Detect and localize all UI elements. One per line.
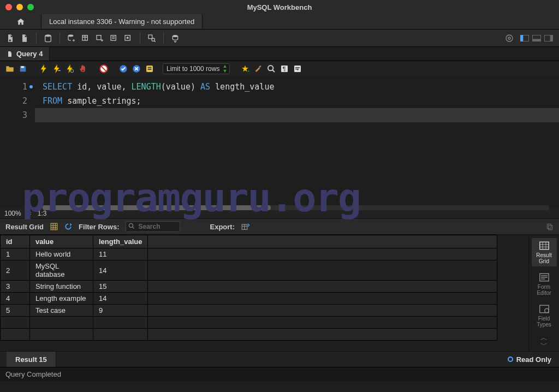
filter-rows-input[interactable]: Search <box>126 221 180 232</box>
toggle-autocommit-button[interactable] <box>98 63 109 74</box>
connection-tabs: Local instance 3306 - Warning - not supp… <box>0 14 559 29</box>
create-schema-button[interactable] <box>66 32 78 44</box>
read-only-label: Read Only <box>516 355 551 364</box>
settings-button[interactable] <box>503 32 515 44</box>
create-table-button[interactable] <box>80 32 92 44</box>
table-cell[interactable]: 2 <box>1 260 30 281</box>
chevron-updown-icon[interactable] <box>27 211 32 216</box>
table-cell[interactable]: Hello world <box>30 248 93 260</box>
export-icon[interactable] <box>241 223 250 230</box>
table-icon <box>81 34 90 43</box>
paren: ( <box>161 82 166 92</box>
table-row[interactable]: 4Length example14 <box>1 293 497 305</box>
column-header[interactable]: length_value <box>93 235 148 248</box>
file-plus-icon <box>6 34 15 43</box>
table-row[interactable]: 3String function15 <box>1 281 497 293</box>
table-cell[interactable]: 4 <box>1 293 30 305</box>
result-side-panel: Result Grid Form Editor Field Types ︿ ﹀ <box>528 235 559 351</box>
refresh-icon[interactable] <box>64 223 72 230</box>
create-procedure-button[interactable] <box>108 32 120 44</box>
copy-icon[interactable] <box>546 223 554 230</box>
table-cell[interactable]: 14 <box>93 260 148 281</box>
search-button[interactable] <box>266 63 277 74</box>
sql-editor[interactable]: 1 2 3 SELECT id, value, LENGTH(value) AS… <box>0 76 559 209</box>
form-icon <box>539 273 549 282</box>
execute-current-button[interactable] <box>51 63 62 74</box>
result-grid-toggle[interactable]: Result Grid <box>532 238 557 266</box>
beautify-button[interactable]: + <box>240 63 251 74</box>
column-header[interactable]: value <box>30 235 93 248</box>
horizontal-scrollbar[interactable] <box>43 205 549 210</box>
execute-button[interactable] <box>38 63 49 74</box>
search-icon <box>128 223 135 229</box>
open-file-button[interactable] <box>4 63 15 74</box>
panel-left-toggle[interactable] <box>519 32 531 44</box>
home-icon <box>16 17 26 26</box>
close-window-button[interactable] <box>5 4 12 10</box>
inspector-button[interactable] <box>42 32 54 44</box>
limit-rows-select[interactable]: Limit to 1000 rows ▲▼ <box>163 63 230 74</box>
toggle-limit-button[interactable] <box>144 63 155 74</box>
create-view-button[interactable] <box>94 32 106 44</box>
table-cell[interactable]: 9 <box>93 305 148 317</box>
table-cell[interactable]: Test case <box>30 305 93 317</box>
grid-icon[interactable] <box>50 223 58 230</box>
panel-right-toggle[interactable] <box>543 32 555 44</box>
side-label: Result Grid <box>532 252 557 264</box>
reconnect-icon <box>171 34 180 43</box>
table-cell[interactable]: 14 <box>93 293 148 305</box>
table-cell[interactable]: Length example <box>30 293 93 305</box>
connection-tab-label: Local instance 3306 - Warning - not supp… <box>49 17 194 26</box>
side-scroll-chevrons[interactable]: ︿ ﹀ <box>540 334 548 348</box>
form-editor-toggle[interactable]: Form Editor <box>532 270 557 298</box>
save-file-button[interactable] <box>17 63 28 74</box>
field-types-toggle[interactable]: Field Types <box>532 301 557 330</box>
column-header[interactable]: id <box>1 235 30 248</box>
search-table-button[interactable] <box>146 32 158 44</box>
rollback-button[interactable] <box>131 63 142 74</box>
svg-rect-15 <box>532 39 541 41</box>
svg-point-20 <box>70 69 73 72</box>
minimize-window-button[interactable] <box>16 4 23 10</box>
table-cell[interactable]: MySQL database <box>30 260 93 281</box>
invisible-chars-button[interactable]: ¶ <box>279 63 290 74</box>
create-function-button[interactable] <box>122 32 134 44</box>
explain-button[interactable] <box>64 63 75 74</box>
editor-content[interactable]: SELECT id, value, LENGTH(value) AS lengt… <box>35 76 559 209</box>
panel-bottom-toggle[interactable] <box>531 32 543 44</box>
result-grid[interactable]: idvaluelength_value 1Hello world112MySQL… <box>0 235 528 351</box>
query-tab[interactable]: Query 4 <box>0 47 50 61</box>
table-row[interactable]: 5Test case9 <box>1 305 497 317</box>
reconnect-button[interactable] <box>169 32 181 44</box>
table-cell[interactable]: 15 <box>93 281 148 293</box>
home-tab[interactable] <box>0 14 41 29</box>
wrap-button[interactable] <box>292 63 303 74</box>
svg-rect-38 <box>549 225 552 230</box>
stop-button[interactable] <box>78 63 88 74</box>
result-tab[interactable]: Result 15 <box>7 352 56 367</box>
lightning-icon <box>40 64 47 73</box>
scrollbar-thumb[interactable] <box>43 205 271 210</box>
lightning-search-icon <box>66 64 74 73</box>
table-cell-empty <box>148 260 497 281</box>
table-cell[interactable]: 11 <box>93 248 148 260</box>
commit-button[interactable] <box>118 63 129 74</box>
maximize-window-button[interactable] <box>27 4 34 10</box>
table-row[interactable]: 1Hello world11 <box>1 248 497 260</box>
table-cell-empty <box>148 248 497 260</box>
wrap-icon <box>293 64 302 73</box>
find-button[interactable] <box>253 63 264 74</box>
zoom-level[interactable]: 100% <box>4 210 21 217</box>
panel-bottom-icon <box>532 35 541 41</box>
table-cell[interactable]: 5 <box>1 305 30 317</box>
connection-tab[interactable]: Local instance 3306 - Warning - not supp… <box>41 14 203 29</box>
table-cell[interactable]: 1 <box>1 248 30 260</box>
table-cell[interactable]: 3 <box>1 281 30 293</box>
document-icon <box>7 51 13 57</box>
table-row[interactable]: 2MySQL database14 <box>1 260 497 281</box>
new-sql-tab-button[interactable] <box>4 32 16 44</box>
results-area: ▶ idvaluelength_value 1Hello world112MyS… <box>0 235 559 352</box>
open-sql-file-button[interactable] <box>19 32 31 44</box>
table-cell[interactable]: String function <box>30 281 93 293</box>
function-name: LENGTH <box>132 82 161 92</box>
